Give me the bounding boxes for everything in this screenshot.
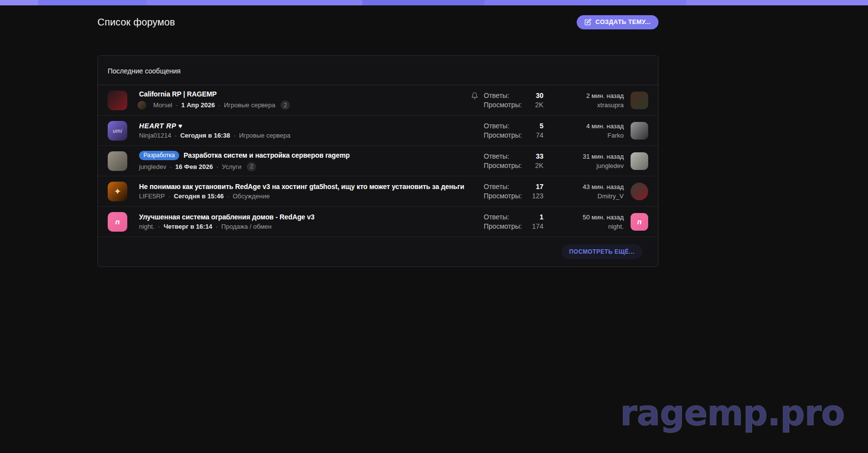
thread-category[interactable]: Продажа / обмен <box>212 223 272 230</box>
replies-label: Ответы: <box>484 91 509 100</box>
last-post-time: 43 мин. назад <box>555 182 624 191</box>
panel-title: Последние сообщения <box>98 56 658 85</box>
views-label: Просмотры: <box>484 191 522 201</box>
latest-posts-panel: Последние сообщения California RP | RAGE… <box>97 55 658 267</box>
replies-value: 33 <box>536 152 543 161</box>
thread-row: umi HEART RP ♥ Ninja01214 Сегодня в 16:3… <box>98 116 658 146</box>
thread-meta: night. Четверг в 16:14 Продажа / обмен <box>139 223 471 230</box>
last-post-time: 31 мин. назад <box>555 152 624 161</box>
views-value: 74 <box>536 131 543 140</box>
thread-count-badge: 2 <box>247 162 256 171</box>
replies-value: 1 <box>540 213 543 222</box>
bell-icon <box>471 92 484 99</box>
thread-author: jungledev <box>139 163 166 170</box>
thread-author: Morsel <box>153 101 172 109</box>
thread-author: Ninja01214 <box>139 132 171 139</box>
thread-title[interactable]: Не понимаю как установить RedAge v3 на х… <box>139 183 464 191</box>
watermark: ragemp.pro <box>620 393 845 433</box>
thread-stats: Ответы:17 Просмотры:123 <box>484 182 543 201</box>
top-accent-bar <box>0 0 868 5</box>
thread-meta: Ninja01214 Сегодня в 16:38 Игровые серве… <box>139 132 471 139</box>
views-value: 123 <box>532 191 543 201</box>
thread-title[interactable]: HEART RP ♥ <box>139 122 183 130</box>
thread-author: LIFE5RP <box>139 192 165 200</box>
replies-value: 5 <box>540 121 543 131</box>
thread-row: Разработка Разработка систем и настройка… <box>98 146 658 176</box>
last-post-avatar[interactable] <box>631 183 648 200</box>
thread-title[interactable]: Разработка систем и настройка серверов r… <box>184 151 350 159</box>
thread-row: California RP | RAGEMP Morsel 1 Апр 2026… <box>98 85 658 116</box>
thread-author: night. <box>139 223 155 230</box>
create-topic-button[interactable]: СОЗДАТЬ ТЕМУ... <box>577 15 658 29</box>
views-value: 2K <box>535 100 543 110</box>
replies-label: Ответы: <box>484 182 509 191</box>
views-label: Просмотры: <box>484 161 522 170</box>
thread-stats: Ответы:1 Просмотры:174 <box>484 213 543 231</box>
views-value: 2K <box>535 161 543 170</box>
page-header: Список форумов СОЗДАТЬ ТЕМУ... <box>97 13 658 31</box>
replies-label: Ответы: <box>484 213 509 222</box>
page-title: Список форумов <box>97 17 175 28</box>
last-post-time: 50 мин. назад <box>555 213 624 222</box>
thread-icon[interactable]: n <box>108 212 127 232</box>
content-container: Список форумов СОЗДАТЬ ТЕМУ... Последние… <box>97 13 658 267</box>
replies-value: 17 <box>536 182 543 191</box>
thread-category[interactable]: Обсуждение <box>224 192 270 200</box>
views-label: Просмотры: <box>484 131 522 140</box>
last-post-avatar[interactable] <box>631 92 648 109</box>
thread-label-badge[interactable]: Разработка <box>139 151 179 160</box>
last-post-user[interactable]: jungledev <box>555 161 624 170</box>
views-label: Просмотры: <box>484 222 522 231</box>
last-post-time: 4 мин. назад <box>555 121 624 131</box>
thread-meta: LIFE5RP Сегодня в 15:46 Обсуждение <box>139 192 471 200</box>
thread-date: 16 Фев 2026 <box>166 163 213 170</box>
thread-category[interactable]: Игровые сервера <box>215 101 275 109</box>
thread-icon[interactable] <box>108 91 127 110</box>
thread-icon[interactable]: ✦ <box>108 182 127 201</box>
thread-stats: Ответы:5 Просмотры:74 <box>484 121 543 140</box>
thread-date: Сегодня в 16:38 <box>171 132 230 139</box>
thread-stats: Ответы:30 Просмотры:2K <box>484 91 543 110</box>
last-post-user[interactable]: Farko <box>555 131 624 140</box>
thread-category[interactable]: Игровые сервера <box>230 132 290 139</box>
last-post-user[interactable]: Dmitry_V <box>555 191 624 201</box>
thread-icon[interactable]: umi <box>108 121 127 141</box>
last-post-avatar[interactable] <box>631 152 648 170</box>
replies-label: Ответы: <box>484 152 509 161</box>
last-post-avatar[interactable] <box>631 122 648 140</box>
thread-date: Сегодня в 15:46 <box>165 192 224 200</box>
last-post-user[interactable]: night. <box>555 222 624 231</box>
last-post-avatar[interactable]: n <box>631 213 648 231</box>
author-avatar <box>137 100 147 111</box>
thread-count-badge: 2 <box>281 100 290 110</box>
replies-value: 30 <box>536 91 543 100</box>
edit-icon <box>585 19 591 25</box>
thread-meta: jungledev 16 Фев 2026 Услуги 2 <box>139 162 471 171</box>
thread-meta: Morsel 1 Апр 2026 Игровые сервера 2 <box>139 100 471 111</box>
create-topic-label: СОЗДАТЬ ТЕМУ... <box>595 19 651 25</box>
last-post-user[interactable]: xtrasupra <box>555 100 624 110</box>
thread-title[interactable]: Улучшенная система ограбления домов - Re… <box>139 213 314 221</box>
thread-category[interactable]: Услуги <box>213 163 241 170</box>
thread-date: Четверг в 16:14 <box>155 223 212 230</box>
views-label: Просмотры: <box>484 100 522 110</box>
thread-row: ✦ Не понимаю как установить RedAge v3 на… <box>98 176 658 207</box>
replies-label: Ответы: <box>484 121 509 131</box>
thread-stats: Ответы:33 Просмотры:2K <box>484 152 543 170</box>
thread-icon[interactable] <box>108 151 127 171</box>
views-value: 174 <box>532 222 543 231</box>
last-post-time: 2 мин. назад <box>555 91 624 100</box>
thread-row: n Улучшенная система ограбления домов - … <box>98 207 658 237</box>
thread-date: 1 Апр 2026 <box>172 101 215 109</box>
thread-title[interactable]: California RP | RAGEMP <box>139 90 217 98</box>
show-more-button[interactable]: ПОСМОТРЕТЬ ЕЩЁ... <box>562 244 643 259</box>
